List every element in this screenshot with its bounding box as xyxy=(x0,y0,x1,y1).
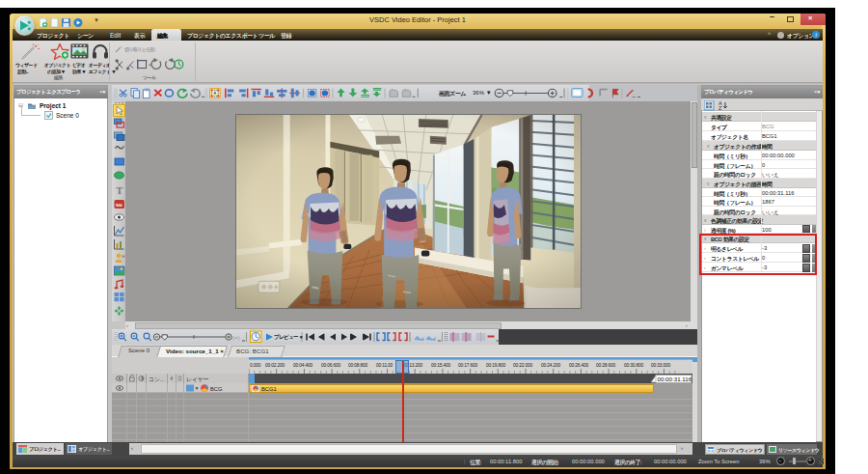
svg-text:00:33.000: 00:33.000 xyxy=(651,363,670,368)
svg-text:00:06.600: 00:06.600 xyxy=(321,363,340,368)
svg-text:BCG: BCG xyxy=(210,386,223,392)
svg-text:00:24.200: 00:24.200 xyxy=(541,363,560,368)
svg-text:00:19.800: 00:19.800 xyxy=(486,363,505,368)
svg-text:00:15.400: 00:15.400 xyxy=(431,363,450,368)
svg-text:00:11.00: 00:11.00 xyxy=(376,363,393,368)
svg-text:00:17.600: 00:17.600 xyxy=(458,363,477,368)
svg-text:00:04.400: 00:04.400 xyxy=(293,363,312,368)
svg-text:レイヤー: レイヤー xyxy=(186,376,209,382)
svg-text:▼: ▼ xyxy=(195,385,200,391)
svg-text:00:28.600: 00:28.600 xyxy=(596,363,615,368)
svg-text:00:26.400: 00:26.400 xyxy=(569,363,588,368)
svg-text:00:00:31.116: 00:00:31.116 xyxy=(658,376,692,382)
svg-text:00:30.800: 00:30.800 xyxy=(624,363,643,368)
svg-text:su: su xyxy=(116,202,122,208)
svg-text:0.000: 0.000 xyxy=(250,363,261,368)
svg-text:T: T xyxy=(117,185,123,196)
svg-text:BCG1: BCG1 xyxy=(261,386,277,392)
svg-text:00:08.800: 00:08.800 xyxy=(348,363,367,368)
svg-text:00:02.200: 00:02.200 xyxy=(265,363,285,368)
svg-text:(=): (=) xyxy=(232,335,240,341)
svg-text:コン...: コン... xyxy=(149,376,165,382)
svg-text:00:22.000: 00:22.000 xyxy=(513,363,532,368)
